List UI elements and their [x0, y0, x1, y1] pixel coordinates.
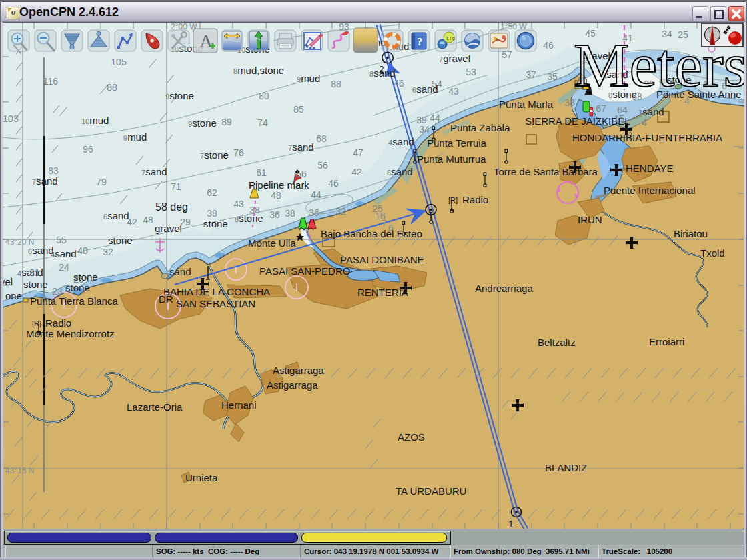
svg-text:38: 38	[285, 208, 295, 219]
svg-text:BAHIA DE LA CONCHA: BAHIA DE LA CONCHA	[163, 286, 270, 297]
svg-text:4: 4	[642, 117, 647, 128]
svg-text:IRUN: IRUN	[578, 214, 602, 225]
svg-text:23: 23	[52, 286, 63, 297]
svg-text:96: 96	[83, 144, 93, 155]
svg-text:AZOS: AZOS	[398, 431, 425, 443]
svg-text:15: 15	[614, 113, 624, 124]
svg-text:BLANDIZ: BLANDIZ	[545, 462, 587, 473]
svg-text:48: 48	[143, 215, 153, 225]
svg-text:1: 1	[508, 519, 514, 529]
svg-text:9mud: 9mud	[297, 73, 320, 84]
svg-text:RENTERIA: RENTERIA	[357, 287, 408, 298]
svg-text:46: 46	[394, 78, 404, 89]
svg-text:43: 43	[448, 86, 459, 97]
svg-text:7sand: 7sand	[32, 175, 58, 187]
svg-text:Punta Zabala: Punta Zabala	[450, 122, 510, 133]
svg-text:PASAI DONIBANE: PASAI DONIBANE	[340, 254, 424, 265]
svg-text:116: 116	[43, 76, 59, 87]
svg-text:Andrearriaga: Andrearriaga	[475, 283, 533, 294]
svg-text:9stone: 9stone	[188, 117, 217, 129]
svg-text:HONDARRIBIA-FUENTERRABIA: HONDARRIBIA-FUENTERRABIA	[572, 132, 722, 143]
svg-text:38: 38	[207, 208, 217, 219]
svg-text:4sand: 4sand	[388, 136, 414, 147]
svg-text:Puente Internacional: Puente Internacional	[604, 185, 696, 196]
svg-text:9stone: 9stone	[165, 90, 194, 101]
svg-text:Bajo Bancha del Esteo: Bajo Bancha del Esteo	[321, 228, 422, 239]
svg-text:68: 68	[316, 133, 327, 144]
svg-text:32: 32	[103, 247, 113, 257]
svg-text:Radio: Radio	[45, 317, 71, 329]
svg-text:stone: stone	[73, 271, 98, 283]
svg-text:46: 46	[328, 178, 339, 189]
svg-text:gravel: gravel	[155, 223, 182, 234]
svg-text:Torre de Santa Barbara: Torre de Santa Barbara	[494, 166, 598, 177]
svg-text:36: 36	[269, 209, 280, 220]
svg-text:Biriatou: Biriatou	[674, 228, 708, 239]
svg-text:80: 80	[259, 91, 269, 101]
svg-text:71: 71	[171, 181, 181, 192]
svg-text:34: 34	[419, 124, 430, 135]
svg-text:46: 46	[543, 40, 554, 51]
svg-text:8mud,stone: 8mud,stone	[233, 65, 284, 76]
svg-text:85: 85	[293, 104, 304, 115]
svg-text:Txold: Txold	[700, 247, 725, 259]
svg-text:?: ?	[417, 35, 423, 48]
svg-text:7sand: 7sand	[288, 141, 314, 153]
svg-text:37: 37	[526, 69, 536, 80]
svg-text:42: 42	[351, 167, 362, 177]
svg-text:103: 103	[3, 113, 19, 124]
svg-text:36: 36	[309, 207, 319, 218]
svg-text:Punta Tierra Blanca: Punta Tierra Blanca	[30, 295, 118, 307]
svg-text:Astigarraga: Astigarraga	[267, 379, 318, 391]
svg-text:44: 44	[311, 189, 321, 200]
svg-text:35: 35	[547, 71, 558, 82]
svg-text:[R]: [R]	[448, 196, 458, 204]
svg-text:9mud: 9mud	[123, 131, 147, 143]
svg-text:Punta Terruia: Punta Terruia	[427, 137, 487, 149]
svg-text:Urnieta: Urnieta	[185, 472, 218, 483]
svg-text:58 deg: 58 deg	[155, 201, 188, 213]
svg-text:6sand: 6sand	[387, 166, 413, 177]
svg-text:88: 88	[107, 82, 117, 93]
svg-text:53: 53	[466, 67, 476, 77]
svg-text:4sand: 4sand	[51, 248, 77, 259]
svg-text:89: 89	[221, 117, 232, 127]
svg-text:Monte Mendizorrotz: Monte Mendizorrotz	[26, 328, 115, 339]
svg-text:Erroiarri: Erroiarri	[649, 336, 684, 347]
svg-text:stone: stone	[23, 279, 48, 290]
svg-text:7stone: 7stone	[200, 149, 229, 161]
svg-text:56: 56	[296, 169, 307, 179]
svg-text:Beltzaltz: Beltzaltz	[538, 337, 576, 348]
svg-text:7gravel: 7gravel	[439, 53, 470, 64]
svg-text:56: 56	[317, 160, 328, 171]
svg-text:44: 44	[430, 113, 440, 123]
svg-text:TA URDABURU: TA URDABURU	[396, 485, 466, 497]
svg-text:Punta Muturrua: Punta Muturrua	[417, 153, 486, 165]
svg-text:6sand: 6sand	[28, 245, 54, 256]
svg-text:SAN SEBASTIAN: SAN SEBASTIAN	[176, 298, 255, 309]
svg-text:Astigarraga: Astigarraga	[273, 365, 324, 376]
svg-text:2: 2	[379, 64, 384, 75]
svg-text:Punta Marla: Punta Marla	[499, 99, 554, 110]
svg-text:[R]: [R]	[32, 319, 41, 327]
svg-text:105: 105	[111, 57, 127, 67]
svg-text:48: 48	[271, 190, 281, 201]
svg-text:24: 24	[59, 262, 69, 273]
svg-text:PASAI SAN-PEDRO: PASAI SAN-PEDRO	[259, 265, 350, 277]
svg-text:A: A	[199, 31, 213, 51]
svg-text:40: 40	[77, 245, 88, 256]
svg-text:6sand: 6sand	[103, 210, 129, 221]
svg-text:LT6: LT6	[446, 35, 456, 41]
svg-text:4sand: 4sand	[17, 267, 43, 278]
svg-text:7: 7	[382, 218, 387, 229]
svg-text:Pipeline mark: Pipeline mark	[249, 179, 309, 191]
svg-text:6sand: 6sand	[412, 83, 438, 95]
svg-text:47: 47	[353, 147, 363, 158]
svg-text:one: one	[5, 290, 22, 301]
svg-text:43: 43	[233, 199, 244, 209]
svg-text:Hernani: Hernani	[221, 399, 257, 411]
svg-text:DR: DR	[159, 293, 173, 305]
svg-text:43°20 N: 43°20 N	[5, 237, 35, 247]
svg-text:83: 83	[48, 165, 59, 176]
svg-text:1sand: 1sand	[638, 106, 664, 117]
